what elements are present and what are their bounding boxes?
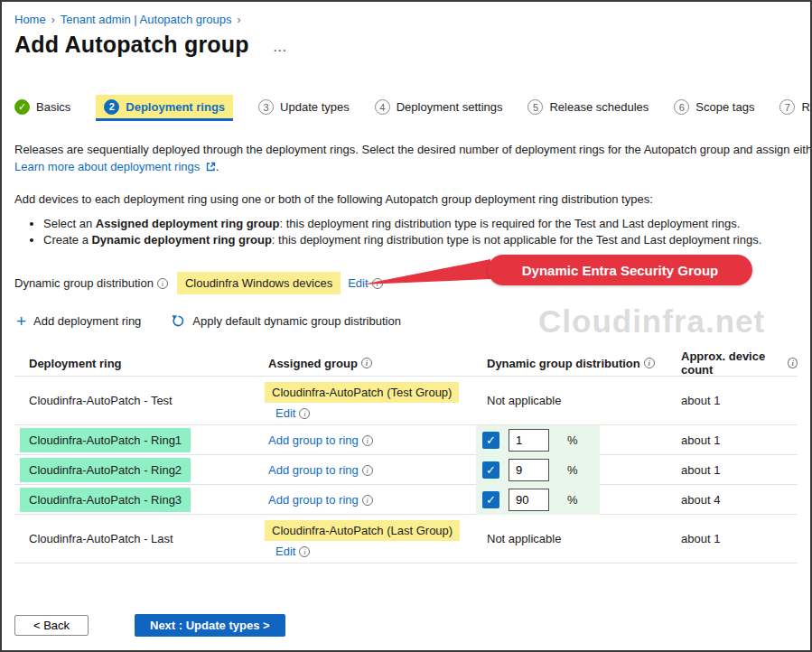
info-icon[interactable] [788,358,798,368]
dynamic-percent-group: % [476,485,600,515]
ring-name: Cloudinfra-AutoPatch - Ring1 [14,433,268,447]
dynamic-distribution-cell: Not applicable [483,532,681,545]
assigned-group-cell: Cloudinfra-AutoPatch (Test Group) Edit [268,382,483,420]
dynamic-distribution-cell: % [483,425,681,455]
distribution-type-bullets: Select an Assigned deployment ring group… [29,216,810,247]
table-row-ring2: Cloudinfra-AutoPatch - Ring2 Add group t… [14,455,798,485]
tab-deployment-settings[interactable]: 4 Deployment settings [375,95,503,120]
assigned-group-cell: Add group to ring [268,493,483,507]
undo-icon [172,314,185,328]
device-count: about 1 [681,463,798,477]
info-icon[interactable] [299,546,310,557]
col-header-deployment-ring: Deployment ring [14,357,268,370]
assigned-group-cell: Add group to ring [268,433,483,447]
step-number: 4 [375,99,390,115]
table-row-test: Cloudinfra-AutoPatch - Test Cloudinfra-A… [14,377,798,425]
ring-name: Cloudinfra-AutoPatch - Ring2 [14,463,268,477]
step-number: 6 [674,99,689,115]
ring-name: Cloudinfra-AutoPatch - Last [14,532,268,545]
device-count: about 1 [681,532,798,545]
info-icon[interactable] [362,465,373,476]
tab-update-types[interactable]: 3 Update types [258,95,350,120]
page-title: Add Autopatch group [14,32,249,58]
device-count: about 1 [681,394,798,407]
assigned-group-cell: Cloudinfra-AutoPatch (Last Group) Edit [268,520,483,558]
edit-link[interactable]: Edit [275,545,295,558]
dynamic-checkbox-checked[interactable] [482,432,499,449]
percent-sign: % [567,493,578,507]
info-icon[interactable] [362,495,373,506]
ring-name: Cloudinfra-AutoPatch - Ring3 [14,493,268,507]
step-number: 3 [258,99,274,115]
col-header-device-count: Approx. device count [681,349,798,377]
add-group-to-ring-link[interactable]: Add group to ring [268,493,359,507]
add-deployment-ring-button[interactable]: Add deployment ring [16,314,141,328]
dynamic-percent-group: % [476,455,600,485]
info-icon[interactable] [361,358,372,368]
bullet-assigned-group: Select an Assigned deployment ring group… [43,216,810,232]
col-header-assigned-group: Assigned group [268,357,483,370]
percent-input[interactable] [509,489,549,511]
table-row-last: Cloudinfra-AutoPatch - Last Cloudinfra-A… [14,515,798,564]
breadcrumb-separator [238,14,241,26]
tab-release-schedules[interactable]: 5 Release schedules [527,95,649,120]
info-icon[interactable] [157,278,168,289]
info-icon[interactable] [644,358,655,368]
intro-section: Releases are sequentially deployed throu… [14,141,810,247]
back-button[interactable]: < Back [14,615,89,636]
dynamic-group-value: Cloudinfra Windows devices [177,272,341,294]
tab-basics[interactable]: Basics [14,95,70,120]
wizard-steps: Basics 2 Deployment rings 3 Update types… [14,94,810,121]
breadcrumb-home-link[interactable]: Home [14,13,46,26]
breadcrumb-tenant-admin-link[interactable]: Tenant admin | Autopatch groups [61,13,232,26]
percent-input[interactable] [509,459,549,481]
dynamic-checkbox-checked[interactable] [482,491,499,508]
table-row-ring3: Cloudinfra-AutoPatch - Ring3 Add group t… [14,485,798,515]
intro-line-2: Add devices to each deployment ring usin… [14,191,810,208]
assigned-group-name: Cloudinfra-AutoPatch (Last Group) [265,520,460,541]
table-row-ring1: Cloudinfra-AutoPatch - Ring1 Add group t… [14,425,798,455]
tab-scope-tags[interactable]: 6 Scope tags [674,95,754,120]
edit-assigned-group: Edit [268,406,310,420]
dynamic-distribution-cell: % [483,485,681,515]
percent-input[interactable] [509,429,549,452]
info-icon[interactable] [299,408,310,419]
info-icon[interactable] [362,435,373,446]
percent-sign: % [567,463,578,477]
table-toolbar: Add deployment ring Apply default dynami… [16,314,810,328]
tab-deployment-rings[interactable]: 2 Deployment rings [96,95,233,121]
dynamic-distribution-cell: % [483,455,681,485]
breadcrumb-separator [51,14,55,26]
callout-arrow [362,257,490,286]
step-number: 7 [779,99,795,115]
assigned-group-name: Cloudinfra-AutoPatch (Test Group) [265,382,459,403]
add-autopatch-group-page: Home Tenant admin | Autopatch groups Add… [0,0,812,652]
device-count: about 4 [681,493,798,507]
tab-review-create[interactable]: 7 Review + create [779,95,812,120]
step-number: 2 [104,99,119,115]
deployment-rings-table: Deployment ring Assigned group Dynamic g… [14,349,798,564]
device-count: about 1 [681,433,798,447]
external-link-icon [206,162,216,172]
intro-line-1: Releases are sequentially deployed throu… [14,141,810,158]
percent-sign: % [567,433,578,447]
ring-name: Cloudinfra-AutoPatch - Test [14,394,268,407]
add-group-to-ring-link[interactable]: Add group to ring [268,433,359,447]
plus-icon [16,315,26,328]
bullet-dynamic-group: Create a Dynamic deployment ring group: … [43,232,810,248]
dynamic-group-distribution-label: Dynamic group distribution [14,276,168,290]
assigned-group-cell: Add group to ring [268,463,483,477]
step-number: 5 [527,99,543,115]
next-update-types-button[interactable]: Next : Update types > [135,614,285,637]
annotation-callout: Dynamic Entra Security Group [488,255,752,285]
dynamic-distribution-cell: Not applicable [483,394,681,407]
col-header-dynamic-distribution: Dynamic group distribution [483,357,681,370]
edit-assigned-group: Edit [268,545,310,558]
learn-more-link[interactable]: Learn more about deployment rings [14,160,200,173]
dynamic-checkbox-checked[interactable] [482,461,499,479]
add-group-to-ring-link[interactable]: Add group to ring [268,463,359,477]
breadcrumb: Home Tenant admin | Autopatch groups [2,2,810,26]
apply-default-distribution-button[interactable]: Apply default dynamic group distribution [172,314,401,328]
more-options-button[interactable]: … [273,39,288,58]
edit-link[interactable]: Edit [275,406,295,420]
